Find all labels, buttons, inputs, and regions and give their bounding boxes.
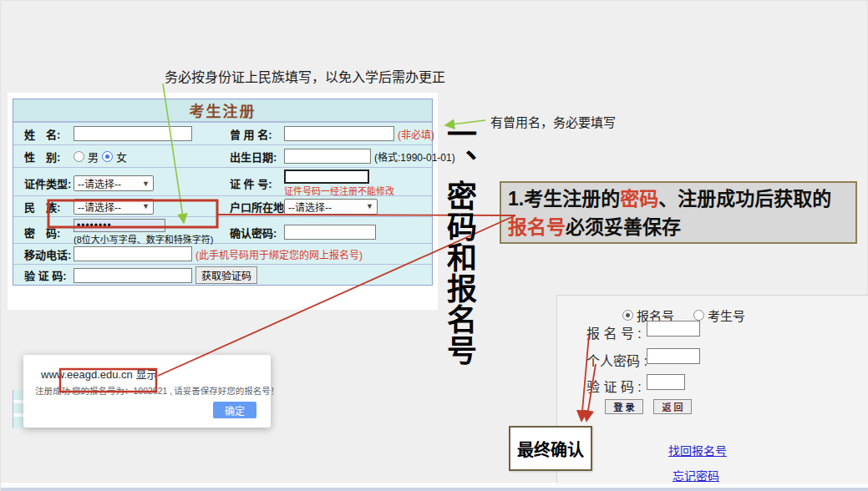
residence-select[interactable]: --请选择--▼ xyxy=(284,199,378,215)
get-captcha-button[interactable]: 获取验证码 xyxy=(195,266,257,284)
password-label: 密 码: xyxy=(13,223,74,242)
former-name-required-note: (非必填) xyxy=(398,127,434,141)
final-confirm-box: 最终确认 xyxy=(509,426,592,471)
former-name-label: 曾 用 名: xyxy=(219,124,284,144)
dialog-message: 注册成功您的报名号为：1002621 ,请妥善保存好您的报名号！ xyxy=(34,384,280,397)
row-ethnicity: 民 族: --请选择--▼ 户口所在地: --请选择--▼ xyxy=(13,195,432,216)
gender-label: 性 别: xyxy=(13,147,74,166)
ethnicity-label: 民 族: xyxy=(13,197,74,216)
row-captcha: 验 证 码: 获取验证码 xyxy=(13,264,432,285)
row-id: 证件类型: --请选择--▼ 证 件 号: 证件号码一经注册不能修改 xyxy=(13,167,432,195)
row-gender: 性 别: 男 女 出生日期: (格式:1990-01-01) xyxy=(13,144,432,167)
id-number-label: 证 件 号: xyxy=(219,174,284,193)
dialog-rest-text: 请妥善保存好您的报名号！ xyxy=(173,386,280,396)
row-mobile: 移动电话: (此手机号码用于绑定您的网上报名号) xyxy=(13,243,432,264)
back-button[interactable]: 返 回 xyxy=(653,399,692,414)
male-radio[interactable] xyxy=(74,151,84,162)
login-panel: 报名号 考生号 报 名 号 : 个人密码 : 验 证 码 : 登 录 返 回 找… xyxy=(556,295,868,483)
login-regno-input[interactable] xyxy=(647,321,700,337)
ethnicity-select[interactable]: --请选择--▼ xyxy=(74,199,154,215)
login-password-label: 个人密码 : xyxy=(586,350,647,370)
instruction-highlight-regno: 报名号 xyxy=(508,216,566,238)
mobile-label: 移动电话: xyxy=(13,245,74,264)
chevron-down-icon: ▼ xyxy=(142,202,150,210)
instruction-text-3: 必须妥善保存 xyxy=(566,216,681,238)
id-number-input[interactable] xyxy=(284,170,369,184)
former-name-input[interactable] xyxy=(284,126,394,141)
residence-label: 户口所在地: xyxy=(219,197,284,216)
login-button[interactable]: 登 录 xyxy=(605,399,643,414)
candidateno-radio-label: 考生号 xyxy=(708,306,745,324)
birth-date-input[interactable] xyxy=(284,149,371,164)
instruction-callout: 1.考生注册的密码、注册成功后获取的报名号必须妥善保存 xyxy=(500,181,857,244)
female-radio-label: 女 xyxy=(116,149,127,165)
bottom-band xyxy=(1,488,868,491)
dialog-status: 注册成功 xyxy=(34,386,71,396)
login-captcha-label: 验 证 码 : xyxy=(586,376,642,396)
male-radio-label: 男 xyxy=(88,149,99,165)
dialog-ok-button[interactable]: 确定 xyxy=(213,402,256,418)
password-rule-note: (8位大小写字母、数字和特殊字符) xyxy=(74,232,213,246)
form-title: 考生注册 xyxy=(13,99,432,122)
birth-date-label: 出生日期: xyxy=(219,147,284,166)
captcha-label: 验 证 码: xyxy=(13,266,74,285)
login-captcha-input[interactable] xyxy=(647,374,685,390)
candidateno-radio-item[interactable]: 考生号 xyxy=(693,306,745,324)
id-type-select-value: --请选择-- xyxy=(78,176,121,190)
candidateno-radio[interactable] xyxy=(693,310,704,321)
registration-screenshot: 考生注册 姓 名: 曾 用 名: (非必填) 性 别: 男 女 出生日期: (格… xyxy=(8,93,438,310)
instruction-text-1: 1.考生注册的 xyxy=(508,188,620,210)
forgot-password-link[interactable]: 忘记密码 xyxy=(673,467,719,483)
mobile-input[interactable] xyxy=(74,246,192,261)
alert-dialog: www.eeagd.edu.cn 显示 注册成功您的报名号为：1002621 ,… xyxy=(23,355,271,428)
instruction-text-2: 、注册成功后获取的 xyxy=(658,188,831,210)
dialog-regno-text: 您的报名号为：1002621 , xyxy=(71,386,173,396)
find-regno-link[interactable]: 找回报名号 xyxy=(668,442,727,458)
chevron-down-icon: ▼ xyxy=(142,180,150,188)
confirm-password-label: 确认密码: xyxy=(219,223,284,242)
captcha-input[interactable] xyxy=(74,268,192,283)
regno-radio[interactable] xyxy=(622,310,633,321)
chevron-down-icon: ▼ xyxy=(366,202,373,210)
ethnicity-select-value: --请选择-- xyxy=(78,200,121,214)
id-number-note: 证件号码一经注册不能修改 xyxy=(284,184,394,197)
mobile-note: (此手机号码用于绑定您的网上报名号) xyxy=(195,247,363,261)
ethnicity-annotation: 务必按身份证上民族填写，以免入学后需办更正 xyxy=(165,66,445,86)
row-name: 姓 名: 曾 用 名: (非必填) xyxy=(13,122,432,144)
registration-form: 考生注册 姓 名: 曾 用 名: (非必填) 性 别: 男 女 出生日期: (格… xyxy=(13,99,433,286)
section-title-vertical: 一、密码和报名号 xyxy=(440,119,477,377)
page: 务必按身份证上民族填写，以免入学后需办更正 有曾用名，务必要填写 考生注册 姓 … xyxy=(0,0,868,491)
residence-select-value: --请选择-- xyxy=(288,200,332,214)
female-radio[interactable] xyxy=(102,151,113,162)
name-label: 姓 名: xyxy=(13,124,74,144)
name-input[interactable] xyxy=(74,126,192,141)
password-input[interactable] xyxy=(74,219,165,232)
login-password-input[interactable] xyxy=(647,348,700,364)
id-type-select[interactable]: --请选择--▼ xyxy=(74,175,154,191)
id-type-label: 证件类型: xyxy=(13,174,74,193)
row-password: 密 码: (8位大小写字母、数字和特殊字符) 确认密码: xyxy=(13,216,432,243)
dialog-title: www.eeagd.edu.cn 显示 xyxy=(41,366,157,382)
former-name-annotation: 有曾用名，务必要填写 xyxy=(490,113,616,130)
instruction-highlight-password: 密码 xyxy=(620,188,658,210)
confirm-password-input[interactable] xyxy=(284,225,376,240)
login-regno-label: 报 名 号 : xyxy=(586,322,642,342)
